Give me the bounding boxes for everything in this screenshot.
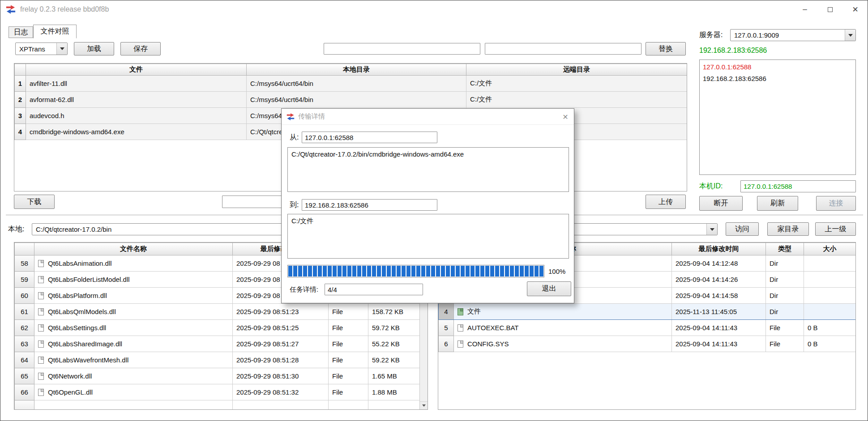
file-size: 1.88 MB bbox=[368, 384, 420, 400]
file-type: Dir bbox=[766, 272, 804, 288]
replace-button[interactable]: 替换 bbox=[646, 42, 686, 55]
row-number: 58 bbox=[15, 255, 34, 272]
close-icon: ✕ bbox=[852, 5, 858, 14]
visit-button[interactable]: 访问 bbox=[726, 222, 759, 236]
disconnect-button[interactable]: 断开 bbox=[699, 196, 743, 211]
file-mtime: 2025-09-04 14:11:43 bbox=[672, 320, 766, 336]
client-list-item[interactable]: 192.168.2.183:62586 bbox=[700, 73, 855, 85]
col-header-size[interactable]: 大小 bbox=[804, 243, 856, 255]
find-input[interactable] bbox=[324, 43, 480, 55]
file-mtime: 2025-09-04 14:14:26 bbox=[672, 272, 766, 288]
file-row[interactable]: 65 Qt6Network.dll 2025-09-29 08:51:30 Fi… bbox=[15, 368, 420, 384]
mapping-row[interactable]: 2 avformat-62.dll C:/msys64/ucrt64/bin C… bbox=[15, 92, 687, 108]
close-button[interactable]: ✕ bbox=[842, 0, 868, 18]
file-row[interactable]: 64 Qt6LabsWavefrontMesh.dll 2025-09-29 0… bbox=[15, 352, 420, 368]
file-name-cell: Qt6OpenGL.dll bbox=[34, 384, 233, 400]
file-icon bbox=[38, 357, 44, 364]
file-row[interactable]: 63 Qt6LabsSharedImage.dll 2025-09-29 08:… bbox=[15, 336, 420, 352]
file-name-cell: Qt6LabsQmlModels.dll bbox=[34, 304, 233, 320]
file-icon bbox=[458, 324, 463, 332]
file-mtime: 2025-09-04 14:11:43 bbox=[672, 336, 766, 352]
file-row[interactable]: 62 Qt6LabsSettings.dll 2025-09-29 08:51:… bbox=[15, 320, 420, 336]
tab-file-compare[interactable]: 文件对照 bbox=[33, 25, 77, 38]
row-number: 2 bbox=[15, 92, 26, 108]
file-size bbox=[804, 255, 856, 272]
connect-button[interactable]: 连接 bbox=[816, 196, 856, 211]
row-number: 3 bbox=[15, 108, 26, 124]
from-input[interactable] bbox=[302, 132, 437, 143]
server-select[interactable]: 127.0.0.1:9009 bbox=[730, 29, 856, 41]
file-row[interactable]: 66 Qt6OpenGL.dll 2025-09-29 08:51:32 Fil… bbox=[15, 384, 420, 400]
file-size bbox=[804, 272, 856, 288]
client-list: 127.0.0.1:62588 192.168.2.183:62586 bbox=[699, 60, 856, 175]
minimize-icon: – bbox=[803, 5, 807, 14]
file-icon bbox=[38, 324, 44, 332]
col-header-local-dir[interactable]: 本地目录 bbox=[247, 64, 466, 76]
file-size: 59.72 KB bbox=[368, 320, 420, 336]
maximize-button[interactable] bbox=[817, 0, 842, 18]
file-size bbox=[368, 400, 420, 410]
file-name: Qt6LabsFolderListModel.dll bbox=[48, 276, 130, 283]
row-number: 6 bbox=[439, 336, 454, 352]
local-id-input[interactable] bbox=[740, 180, 856, 192]
client-list-item[interactable]: 127.0.0.1:62588 bbox=[700, 61, 855, 73]
file-row-partial bbox=[15, 400, 420, 410]
file-name: Qt6LabsSettings.dll bbox=[48, 324, 106, 332]
file-name-cell: 文件 bbox=[454, 304, 672, 320]
download-button[interactable]: 下载 bbox=[14, 195, 55, 209]
file-name: Qt6LabsPlatform.dll bbox=[48, 292, 107, 299]
replace-input[interactable] bbox=[485, 43, 641, 55]
file-row[interactable]: 61 Qt6LabsQmlModels.dll 2025-09-29 08:51… bbox=[15, 304, 420, 320]
upload-button[interactable]: 上传 bbox=[646, 195, 686, 209]
scroll-down-button[interactable] bbox=[420, 401, 428, 409]
file-name-cell: Qt6LabsWavefrontMesh.dll bbox=[34, 352, 233, 368]
save-button[interactable]: 保存 bbox=[120, 42, 161, 55]
local-label: 本地: bbox=[8, 223, 24, 235]
file-name-cell: CONFIG.SYS bbox=[454, 336, 672, 352]
file-type: Dir bbox=[766, 255, 804, 272]
col-header-type[interactable]: 类型 bbox=[766, 243, 804, 255]
row-number: 59 bbox=[15, 272, 34, 288]
col-header-remote-dir[interactable]: 远端目录 bbox=[466, 64, 687, 76]
home-dir-button[interactable]: 家目录 bbox=[767, 222, 809, 236]
minimize-button[interactable]: – bbox=[792, 0, 817, 18]
mapping-row[interactable]: 1 avfilter-11.dll C:/msys64/ucrt64/bin C… bbox=[15, 76, 687, 92]
file-mtime: 2025-09-29 08:51:27 bbox=[233, 336, 329, 352]
file-mtime: 2025-09-04 14:12:48 bbox=[672, 255, 766, 272]
col-header-file[interactable]: 文件 bbox=[26, 64, 247, 76]
source-path-box[interactable]: C:/Qt/qtcreator-17.0.2/bin/cmdbridge-win… bbox=[287, 147, 569, 192]
from-label: 从: bbox=[290, 132, 299, 143]
folder-icon bbox=[458, 308, 463, 315]
file-size: 59.22 KB bbox=[368, 352, 420, 368]
file-size: 0 B bbox=[804, 336, 856, 352]
corner-header bbox=[15, 243, 34, 255]
dialog-close-button[interactable]: ✕ bbox=[557, 109, 574, 125]
file-name: Qt6Network.dll bbox=[48, 372, 92, 380]
col-header-name[interactable]: 文件名称 bbox=[34, 243, 233, 255]
col-header-mtime[interactable]: 最后修改时间 bbox=[672, 243, 766, 255]
file-icon bbox=[38, 389, 44, 396]
refresh-button[interactable]: 刷新 bbox=[757, 196, 798, 211]
app-logo-icon bbox=[6, 4, 16, 14]
profile-select[interactable]: XPTrans bbox=[15, 43, 68, 55]
load-button[interactable]: 加载 bbox=[74, 42, 114, 55]
file-row[interactable]: 5 AUTOEXEC.BAT 2025-09-04 14:11:43 File … bbox=[439, 320, 856, 336]
file-name-cell: Qt6LabsAnimation.dll bbox=[34, 255, 233, 272]
task-detail-input[interactable] bbox=[325, 284, 423, 295]
to-input[interactable] bbox=[302, 199, 437, 211]
mapping-file: cmdbridge-windows-amd64.exe bbox=[26, 124, 247, 140]
dest-path-box[interactable]: C:/文件 bbox=[287, 214, 569, 259]
mapping-file: audevcod.h bbox=[26, 108, 247, 124]
file-row[interactable]: 6 CONFIG.SYS 2025-09-04 14:11:43 File 0 … bbox=[439, 336, 856, 352]
file-icon bbox=[38, 276, 44, 283]
up-level-button[interactable]: 上一级 bbox=[815, 222, 856, 236]
row-number: 4 bbox=[439, 304, 454, 320]
file-type: File bbox=[329, 336, 368, 352]
to-label: 到: bbox=[290, 199, 299, 211]
file-size bbox=[804, 304, 856, 320]
file-row-selected[interactable]: 4 文件 2025-11-13 11:45:05 Dir bbox=[439, 304, 856, 320]
file-mtime: 2025-11-13 11:45:05 bbox=[672, 304, 766, 320]
mapping-local-dir: C:/msys64/ucrt64/bin bbox=[247, 92, 466, 108]
tab-log[interactable]: 日志 bbox=[9, 26, 33, 38]
exit-button[interactable]: 退出 bbox=[527, 281, 571, 296]
